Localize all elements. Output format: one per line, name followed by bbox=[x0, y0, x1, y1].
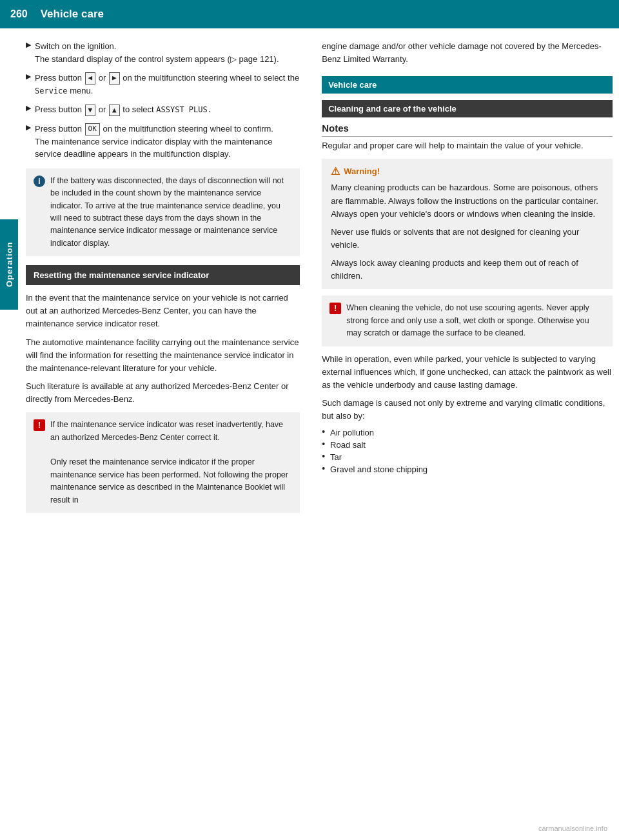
btn-back: ◀ bbox=[85, 72, 96, 85]
triangle-icon: ⚠ bbox=[331, 165, 340, 177]
warning-body-3: Always lock away cleaning products and k… bbox=[331, 257, 604, 283]
header-title: Vehicle care bbox=[41, 8, 104, 21]
arrow-icon-1: ▶ bbox=[26, 41, 31, 49]
warning-block-left: ! If the maintenance service indicator w… bbox=[26, 412, 300, 513]
bullet-item-4: ▶ Press button OK on the multifunction s… bbox=[26, 123, 300, 161]
para-2-right: Such damage is caused not only by extrem… bbox=[322, 397, 613, 423]
chapter-tab: Operation bbox=[0, 219, 18, 310]
bullet-item-1: ▶ Switch on the ignition. The standard d… bbox=[26, 40, 300, 65]
bullet-dot-2: • bbox=[322, 439, 325, 449]
arrow-icon-2: ▶ bbox=[26, 72, 31, 81]
list-item-1: • Air pollution bbox=[322, 428, 613, 437]
warning-label: Warning! bbox=[344, 166, 380, 176]
maintenance-sub: The maintenance service indicator displa… bbox=[35, 137, 273, 159]
warning-text-left: If the maintenance service indicator was… bbox=[50, 419, 292, 506]
info-block-1: i If the battery was disconnected, the d… bbox=[26, 168, 300, 256]
warning-body-1: Many cleaning products can be hazardous.… bbox=[331, 181, 604, 220]
list-label-3: Tar bbox=[330, 452, 342, 462]
left-column: ▶ Switch on the ignition. The standard d… bbox=[19, 40, 315, 519]
right-column: engine damage and/or other vehicle damag… bbox=[315, 40, 613, 519]
bullet-text-4: Press button OK on the multifunction ste… bbox=[35, 123, 300, 161]
bullet-text-3: Press button ▼ or ▲ to select ASSYST PLU… bbox=[35, 103, 212, 116]
list-item-2: • Road salt bbox=[322, 440, 613, 450]
assyst-text: ASSYST PLUS. bbox=[156, 105, 212, 114]
resetting-para-1: In the event that the maintenance servic… bbox=[26, 292, 300, 330]
bullet-dot-1: • bbox=[322, 426, 325, 437]
warning-triangle-title: ⚠ Warning! bbox=[331, 165, 604, 177]
resetting-para-2: The automotive maintenance facility carr… bbox=[26, 336, 300, 375]
bullet-list-right: • Air pollution • Road salt • Tar • Grav… bbox=[322, 428, 613, 474]
service-menu: Service bbox=[35, 86, 68, 95]
btn-forward: ▶ bbox=[109, 72, 120, 85]
bullet-text-2: Press button ◀ or ▶ on the multifunction… bbox=[35, 72, 300, 97]
warning-text-left-2: Only reset the maintenance service indic… bbox=[50, 457, 288, 504]
btn-ok: OK bbox=[85, 123, 100, 135]
warning-block-right: ! When cleaning the vehicle, do not use … bbox=[322, 295, 613, 346]
bullet-main-1: Switch on the ignition. bbox=[35, 41, 116, 51]
warning-icon-left: ! bbox=[34, 419, 45, 431]
notes-label: Notes bbox=[322, 123, 613, 137]
list-item-3: • Tar bbox=[322, 452, 613, 462]
section-header-vehicle-care: Vehicle care bbox=[322, 76, 613, 94]
footer-watermark: carmanualsonline.info bbox=[538, 825, 607, 832]
info-icon-1: i bbox=[34, 175, 45, 187]
list-item-4: • Gravel and stone chipping bbox=[322, 465, 613, 474]
para-1-right: While in operation, even while parked, y… bbox=[322, 353, 613, 392]
bullet-text-1: Switch on the ignition. The standard dis… bbox=[35, 40, 279, 65]
section-header-cleaning: Cleaning and care of the vehicle bbox=[322, 100, 613, 117]
notes-para-1: Regular and proper care will help to mai… bbox=[322, 139, 613, 152]
warning-triangle-block: ⚠ Warning! Many cleaning products can be… bbox=[322, 159, 613, 289]
list-label-4: Gravel and stone chipping bbox=[330, 465, 427, 474]
btn-up: ▲ bbox=[109, 105, 120, 117]
warning-text-left-1: If the maintenance service indicator was… bbox=[50, 420, 283, 441]
engine-damage-para: engine damage and/or other vehicle damag… bbox=[322, 40, 613, 66]
list-label-2: Road salt bbox=[330, 440, 366, 450]
resetting-para-3: Such literature is available at any auth… bbox=[26, 380, 300, 406]
bullet-sub-1: The standard display of the control syst… bbox=[35, 54, 279, 64]
page-number: 260 bbox=[10, 8, 28, 20]
arrow-icon-4: ▶ bbox=[26, 123, 31, 132]
info-text-1: If the battery was disconnected, the day… bbox=[50, 175, 292, 250]
bullet-item-3: ▶ Press button ▼ or ▲ to select ASSYST P… bbox=[26, 103, 300, 116]
warning-body-2: Never use fluids or solvents that are no… bbox=[331, 226, 604, 252]
content-area: ▶ Switch on the ignition. The standard d… bbox=[0, 28, 619, 519]
header-bar: 260 Vehicle care bbox=[0, 0, 619, 28]
btn-down: ▼ bbox=[85, 105, 96, 117]
warning-text-right: When cleaning the vehicle, do not use sc… bbox=[346, 302, 605, 339]
resetting-header: Resetting the maintenance service indica… bbox=[26, 265, 300, 285]
arrow-icon-3: ▶ bbox=[26, 104, 31, 112]
bullet-dot-4: • bbox=[322, 463, 325, 474]
list-label-1: Air pollution bbox=[330, 428, 374, 437]
bullet-item-2: ▶ Press button ◀ or ▶ on the multifuncti… bbox=[26, 72, 300, 97]
warning-icon-right: ! bbox=[329, 303, 341, 314]
bullet-dot-3: • bbox=[322, 451, 325, 461]
